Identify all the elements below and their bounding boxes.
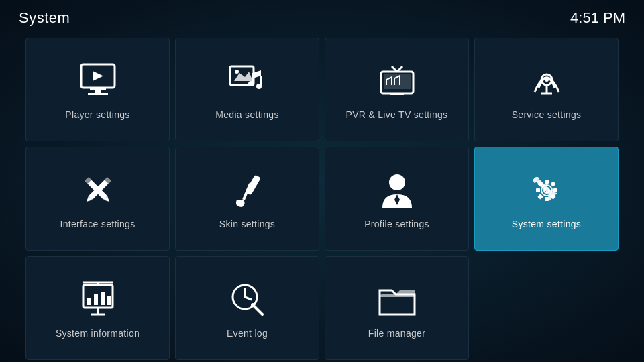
- svg-point-32: [389, 174, 405, 190]
- player-icon: [76, 60, 119, 103]
- tile-profile-settings[interactable]: Profile settings: [325, 147, 469, 251]
- svg-rect-49: [107, 296, 111, 305]
- page-title: System: [19, 9, 70, 27]
- svg-rect-46: [87, 298, 91, 305]
- svg-line-58: [254, 306, 262, 314]
- tile-interface-settings[interactable]: Interface settings: [25, 147, 170, 251]
- profile-icon: [376, 169, 419, 212]
- event-log-label: Event log: [227, 328, 268, 339]
- svg-rect-5: [88, 93, 108, 95]
- service-icon: [525, 60, 568, 103]
- tile-system-information[interactable]: System information: [25, 256, 170, 360]
- skin-settings-label: Skin settings: [219, 219, 275, 229]
- interface-icon: [76, 169, 119, 212]
- svg-rect-42: [537, 194, 543, 199]
- profile-settings-label: Profile settings: [364, 219, 429, 229]
- system-settings-icon: [525, 169, 568, 212]
- service-settings-label: Service settings: [512, 109, 582, 120]
- svg-point-13: [256, 84, 262, 89]
- media-settings-label: Media settings: [215, 109, 278, 120]
- svg-rect-41: [550, 181, 555, 186]
- svg-rect-36: [545, 180, 549, 184]
- tile-pvr-settings[interactable]: PVR & Live TV settings: [325, 38, 469, 141]
- tile-system-settings[interactable]: System settings: [474, 147, 619, 251]
- tile-skin-settings[interactable]: Skin settings: [175, 147, 319, 251]
- svg-rect-37: [545, 197, 549, 201]
- interface-settings-label: Interface settings: [60, 219, 135, 229]
- media-icon: [226, 60, 269, 103]
- svg-rect-18: [390, 93, 404, 95]
- system-settings-label: System settings: [512, 219, 581, 229]
- tile-event-log[interactable]: Event log: [175, 256, 319, 360]
- pvr-settings-label: PVR & Live TV settings: [346, 109, 448, 120]
- tile-media-settings[interactable]: Media settings: [175, 38, 319, 141]
- sysinfo-icon: [76, 278, 119, 321]
- svg-point-9: [235, 70, 239, 74]
- tile-service-settings[interactable]: Service settings: [474, 38, 619, 141]
- svg-rect-38: [536, 188, 540, 192]
- pvr-icon: [376, 60, 419, 103]
- filemanager-icon: [376, 278, 419, 321]
- svg-rect-39: [553, 188, 557, 192]
- tile-file-manager[interactable]: File manager: [325, 256, 469, 360]
- svg-point-12: [248, 81, 254, 86]
- file-manager-label: File manager: [368, 328, 425, 339]
- svg-rect-48: [101, 292, 105, 305]
- settings-grid: Player settings Media settings: [0, 32, 644, 362]
- svg-rect-4: [95, 90, 101, 93]
- svg-point-59: [251, 303, 255, 307]
- header: System 4:51 PM: [0, 0, 644, 32]
- svg-rect-47: [94, 294, 98, 305]
- skin-icon: [226, 169, 269, 212]
- clock: 4:51 PM: [570, 9, 625, 27]
- eventlog-icon: [226, 278, 269, 321]
- tile-player-settings[interactable]: Player settings: [25, 38, 170, 141]
- player-settings-label: Player settings: [65, 109, 129, 120]
- svg-point-57: [244, 296, 246, 298]
- system-information-label: System information: [56, 328, 140, 339]
- svg-rect-3: [90, 88, 106, 90]
- empty-cell: [474, 256, 619, 360]
